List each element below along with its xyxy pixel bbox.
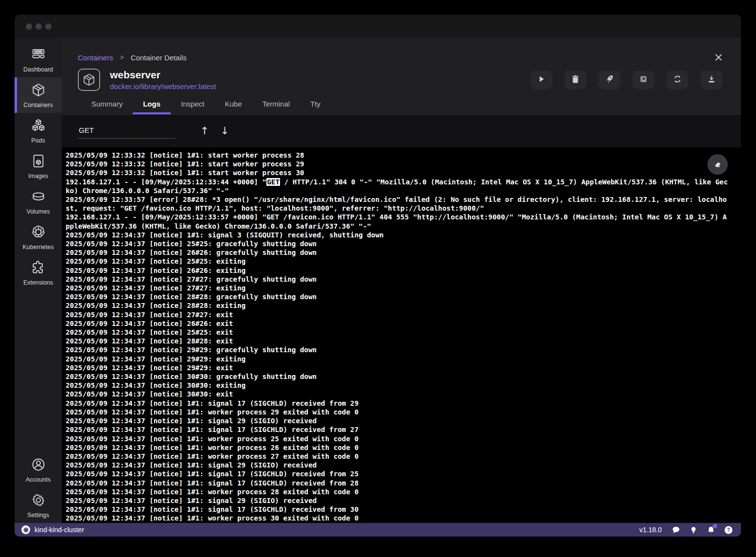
breadcrumb-separator: > (120, 54, 124, 61)
tab-inspect[interactable]: Inspect (171, 95, 214, 114)
maximize-window-button[interactable] (45, 23, 52, 30)
refresh-icon (672, 74, 683, 86)
open-external-icon (638, 74, 649, 86)
log-line: 2025/05/09 12:33:32 [notice] 1#1: start … (66, 168, 729, 177)
tab-terminal[interactable]: Terminal (252, 95, 300, 114)
container-actions-toolbar (530, 71, 722, 89)
log-output[interactable]: 2025/05/09 12:33:32 [notice] 1#1: start … (62, 147, 741, 523)
sidebar-item-label: Containers (23, 102, 53, 108)
clear-logs-button[interactable] (707, 154, 728, 175)
log-line: 2025/05/09 12:34:37 [notice] 25#25: exit… (66, 257, 729, 266)
notification-dot (713, 524, 717, 528)
breadcrumb: Containers > Container Details (78, 53, 741, 62)
close-details-button[interactable] (714, 53, 723, 62)
eraser-icon (713, 160, 722, 169)
log-line: 2025/05/09 12:34:37 [notice] 25#25: exit (66, 328, 729, 337)
log-line: 2025/05/09 12:34:37 [notice] 28#28: exit (66, 337, 729, 345)
container-image-link[interactable]: docker.io/library/webserver:latest (110, 82, 216, 90)
sidebar-item-accounts[interactable]: Accounts (15, 452, 62, 487)
tab-tty[interactable]: Tty (300, 95, 331, 114)
search-match-highlight: GET (266, 178, 280, 186)
sidebar-item-kubernetes[interactable]: Kubernetes (15, 219, 62, 255)
minimize-window-button[interactable] (35, 23, 42, 30)
log-line: 2025/05/09 12:33:32 [notice] 1#1: start … (66, 160, 729, 168)
traffic-lights[interactable] (26, 23, 52, 30)
log-line: 2025/05/09 12:34:37 [notice] 30#30: exit (66, 390, 729, 398)
log-line: 2025/05/09 12:34:37 [notice] 1#1: worker… (66, 443, 729, 452)
sidebar-item-settings[interactable]: Settings (15, 487, 62, 523)
extensions-icon (31, 260, 46, 277)
sidebar-item-dashboard[interactable]: Dashboard (15, 42, 62, 77)
log-line: 2025/05/09 12:34:37 [notice] 1#1: signal… (66, 425, 729, 434)
sidebar-item-label: Accounts (26, 476, 51, 483)
dashboard-icon (31, 47, 46, 64)
play-icon (536, 74, 546, 86)
log-line: 2025/05/09 12:33:57 [error] 28#28: *3 op… (66, 195, 729, 213)
bell-icon[interactable] (706, 525, 716, 535)
log-line: 2025/05/09 12:34:37 [notice] 30#30: exit… (66, 381, 729, 390)
log-line: 2025/05/09 12:34:37 [notice] 1#1: worker… (66, 452, 729, 461)
log-line: 2025/05/09 12:34:37 [notice] 1#1: worker… (66, 487, 729, 496)
close-window-button[interactable] (26, 23, 32, 30)
log-line: 2025/05/09 12:34:37 [notice] 1#1: signal… (66, 469, 729, 478)
log-line: 2025/05/09 12:34:37 [notice] 27#27: grac… (66, 275, 729, 284)
volumes-icon (31, 189, 46, 206)
sidebar-item-pods[interactable]: Pods (15, 113, 62, 148)
kubernetes-context-name[interactable]: kind-kind-cluster (35, 526, 84, 534)
tab-logs[interactable]: Logs (133, 95, 171, 114)
export-container-button[interactable] (701, 71, 722, 89)
log-line: 2025/05/09 12:34:37 [notice] 1#1: worker… (66, 408, 729, 416)
log-line: 2025/05/09 12:34:37 [notice] 1#1: signal… (66, 461, 729, 469)
log-line: 2025/05/09 12:34:37 [notice] 1#1: signal… (66, 416, 729, 425)
sidebar-item-volumes[interactable]: Volumes (15, 184, 62, 219)
tab-kube[interactable]: Kube (214, 95, 252, 114)
log-line: 2025/05/09 12:34:37 [notice] 29#29: exit… (66, 355, 729, 363)
feedback-icon[interactable] (671, 525, 681, 535)
log-line: 2025/05/09 12:34:37 [notice] 1#1: signal… (66, 399, 729, 408)
status-bar: kind-kind-cluster v1.18.0 ? (15, 523, 741, 537)
sidebar-item-extensions[interactable]: Extensions (15, 255, 62, 290)
download-icon (706, 74, 717, 86)
breadcrumb-containers-link[interactable]: Containers (78, 54, 113, 62)
main-panel: Containers > Container Details webserver… (62, 38, 741, 523)
container-name: webserver (110, 69, 216, 81)
title-bar (15, 15, 741, 38)
log-line: 2025/05/09 12:34:37 [notice] 1#1: signal… (66, 505, 729, 514)
log-line: 2025/05/09 12:34:37 [notice] 1#1: signal… (66, 496, 729, 505)
kubernetes-context-icon[interactable] (21, 525, 30, 534)
trash-icon (570, 74, 580, 86)
sidebar-item-label: Images (28, 173, 48, 180)
restart-container-button[interactable] (667, 71, 688, 89)
sidebar-item-label: Dashboard (23, 66, 53, 73)
kubernetes-icon (31, 224, 46, 242)
tab-summary[interactable]: Summary (81, 95, 133, 114)
log-line: 2025/05/09 12:34:37 [notice] 29#29: exit (66, 363, 729, 372)
log-search-input[interactable] (78, 124, 175, 139)
delete-container-button[interactable] (564, 71, 586, 89)
app-window: DashboardContainersPodsImagesVolumesKube… (15, 15, 741, 537)
log-line: 2025/05/09 12:34:37 [notice] 26#26: grac… (66, 248, 729, 257)
sidebar-item-label: Pods (31, 137, 45, 144)
open-browser-button[interactable] (633, 71, 654, 89)
next-match-button[interactable]: ↓ (221, 126, 229, 136)
lightbulb-icon[interactable] (689, 525, 698, 535)
log-line: 192.168.127.1 - - [09/May/2025:12:33:44 … (66, 178, 729, 195)
log-line: 2025/05/09 12:34:37 [notice] 26#26: exit (66, 319, 729, 328)
help-icon[interactable]: ? (724, 525, 733, 535)
sidebar-item-images[interactable]: Images (15, 148, 62, 184)
previous-match-button[interactable]: ↑ (200, 126, 209, 136)
log-line: 2025/05/09 12:34:37 [notice] 1#1: signal… (66, 479, 729, 487)
svg-text:?: ? (727, 527, 730, 533)
log-line: 2025/05/09 12:34:37 [notice] 1#1: worker… (66, 434, 729, 443)
deploy-to-kube-button[interactable] (598, 71, 620, 89)
sidebar-item-containers[interactable]: Containers (15, 77, 62, 113)
app-version: v1.18.0 (639, 526, 662, 534)
start-container-button[interactable] (530, 71, 552, 89)
sidebar-item-label: Volumes (27, 208, 50, 215)
log-line: 2025/05/09 12:34:37 [notice] 1#1: worker… (66, 514, 729, 522)
log-line: 2025/05/09 12:34:37 [notice] 26#26: exit… (66, 266, 729, 275)
settings-icon (31, 492, 46, 510)
container-details-header: Containers > Container Details webserver… (62, 38, 741, 115)
pods-icon (31, 118, 46, 135)
details-tabs: SummaryLogsInspectKubeTerminalTty (81, 95, 741, 114)
